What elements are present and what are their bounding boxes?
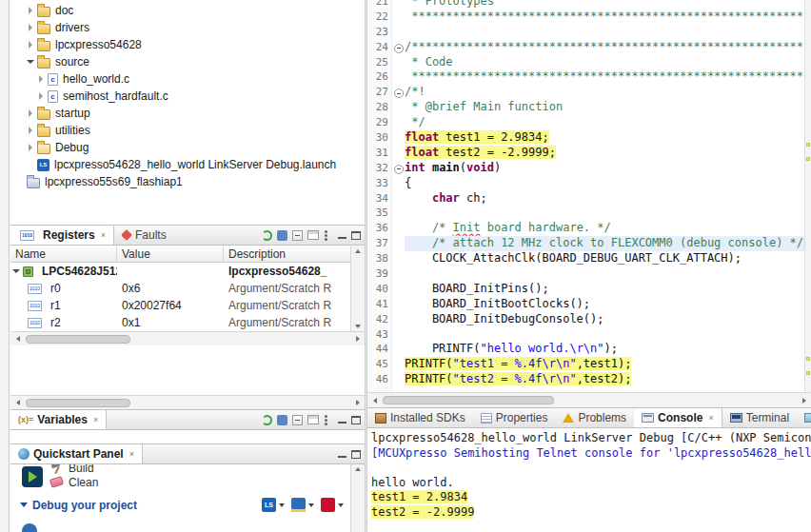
collapse-all-icon[interactable]	[292, 230, 303, 241]
jlink-debug-button[interactable]	[321, 498, 344, 512]
maximize-icon[interactable]	[351, 450, 361, 459]
column-header-description[interactable]: Description	[224, 246, 365, 262]
tab-installed-sdks[interactable]: Installed SDKs	[367, 408, 473, 427]
layout-icon[interactable]	[307, 230, 319, 240]
tree-item[interactable]: source	[10, 53, 365, 70]
tree-item[interactable]: lpcxpresso54628	[10, 36, 365, 53]
maximize-icon[interactable]	[351, 416, 361, 424]
tab-problems[interactable]: Problems	[555, 408, 634, 427]
scroll-left-icon[interactable]	[10, 396, 25, 409]
code-editor[interactable]: 21 * Prototypes22 **********************…	[367, 0, 811, 392]
tab-properties[interactable]: Properties	[473, 408, 556, 427]
code-line[interactable]: 24/*************************************…	[367, 40, 811, 55]
code-line[interactable]: 31float test2 = -2.9999;	[367, 146, 811, 161]
overview-ruler[interactable]	[804, 0, 811, 392]
chevron-collapsed-icon[interactable]	[25, 144, 35, 151]
tab-image-inf[interactable]: Image Inf	[797, 408, 811, 427]
code-line[interactable]: 33{	[367, 176, 811, 191]
import-export-icon[interactable]	[277, 415, 287, 425]
chevron-expanded-icon[interactable]	[10, 269, 21, 273]
fold-marker-icon[interactable]	[392, 85, 405, 100]
quickstart-clean-item[interactable]: Clean	[50, 475, 365, 489]
dropdown-arrow-icon[interactable]	[338, 503, 344, 507]
pemicro-debug-button[interactable]	[291, 498, 314, 512]
tree-item[interactable]: startup	[10, 105, 365, 122]
layout-icon[interactable]	[307, 415, 319, 424]
fold-marker-icon[interactable]	[392, 40, 405, 55]
code-line[interactable]: 29 */	[367, 115, 811, 130]
refresh-icon[interactable]	[262, 230, 272, 241]
register-row[interactable]: r20x1Argument/Scratch R	[10, 314, 365, 331]
tree-item[interactable]: hello_world.c	[10, 70, 365, 88]
code-line[interactable]: 30float test1 = 2.9834;	[367, 130, 811, 146]
tree-item[interactable]: doc	[10, 2, 365, 19]
tree-item[interactable]: semihost_hardfault.c	[10, 88, 365, 105]
chevron-collapsed-icon[interactable]	[35, 92, 46, 100]
minimize-icon[interactable]	[338, 231, 346, 239]
debug-your-project-link[interactable]: Debug your project	[20, 499, 137, 512]
chevron-collapsed-icon[interactable]	[25, 109, 35, 117]
code-line[interactable]: 34 char ch;	[367, 191, 811, 207]
maximize-icon[interactable]	[351, 231, 361, 240]
code-line[interactable]: 35	[367, 206, 811, 221]
close-icon[interactable]	[93, 415, 98, 424]
refresh-icon[interactable]	[262, 415, 272, 425]
scroll-right-icon[interactable]	[350, 396, 365, 409]
import-export-icon[interactable]	[277, 230, 287, 241]
close-icon[interactable]	[129, 449, 134, 459]
code-line[interactable]: 28 * @brief Main function	[367, 100, 811, 115]
scroll-thumb[interactable]	[26, 399, 130, 407]
tree-item[interactable]: lpcxpresso54628_hello_world LinkServer D…	[10, 156, 365, 173]
editor-hscrollbar[interactable]	[367, 392, 811, 407]
chevron-collapsed-icon[interactable]	[25, 41, 35, 49]
tab-terminal[interactable]: Terminal	[722, 408, 797, 427]
code-line[interactable]: 22 *************************************…	[367, 10, 811, 25]
code-line[interactable]: 37 /* attach 12 MHz clock to FLEXCOMM0 (…	[367, 236, 811, 251]
register-row[interactable]: LPC54628J512lpcxpresso54628_	[10, 263, 365, 280]
scroll-up-icon[interactable]	[355, 249, 361, 253]
register-row[interactable]: r00x6Argument/Scratch R	[10, 280, 365, 297]
code-line[interactable]: 43	[367, 327, 811, 343]
code-line[interactable]: 45PRINTF("test1 = %.4f\r\n",test1);	[367, 357, 811, 372]
register-row[interactable]: r10x20027f64Argument/Scratch R	[10, 297, 365, 314]
tab-console[interactable]: Console	[634, 408, 722, 427]
console-output[interactable]: lpcxpresso54628_hello_world LinkServer D…	[367, 428, 811, 520]
code-line[interactable]: 26 *************************************…	[367, 69, 811, 85]
view-menu-icon[interactable]	[325, 234, 327, 237]
registers-hscrollbar[interactable]	[10, 331, 365, 345]
chevron-expanded-icon[interactable]	[25, 60, 35, 64]
tree-item[interactable]: utilities	[10, 122, 365, 139]
tab-variables[interactable]: (x)= Variables	[10, 410, 107, 429]
scroll-left-icon[interactable]	[367, 393, 382, 407]
code-line[interactable]: 27/*!	[367, 85, 811, 100]
close-icon[interactable]	[101, 230, 106, 240]
scroll-up-icon[interactable]	[355, 467, 361, 471]
code-line[interactable]: 36 /* Init board hardware. */	[367, 221, 811, 236]
chevron-collapsed-icon[interactable]	[25, 24, 35, 31]
collapse-all-icon[interactable]	[292, 415, 303, 425]
code-line[interactable]: 44 PRINTF("hello world.\r\n");	[367, 342, 811, 357]
code-line[interactable]: 40 BOARD_InitPins();	[367, 282, 811, 297]
linkserver-debug-button[interactable]: LS	[262, 498, 285, 512]
code-line[interactable]: 41 BOARD_InitBootClocks();	[367, 297, 811, 312]
scroll-thumb[interactable]	[26, 335, 130, 344]
scroll-thumb[interactable]	[383, 396, 554, 404]
minimize-icon[interactable]	[338, 416, 346, 424]
code-line[interactable]: 32int main(void)	[367, 161, 811, 176]
code-line[interactable]: 38 CLOCK_AttachClk(BOARD_DEBUG_UART_CLK_…	[367, 251, 811, 266]
scroll-left-icon[interactable]	[10, 332, 25, 345]
column-header-name[interactable]: Name	[10, 246, 117, 262]
view-menu-icon[interactable]	[325, 419, 327, 422]
fold-marker-icon[interactable]	[392, 161, 405, 176]
tab-registers[interactable]: Registers	[10, 226, 114, 245]
tab-faults[interactable]: Faults	[114, 226, 174, 245]
quickstart-vscrollbar[interactable]	[350, 464, 365, 532]
quickstart-build-item[interactable]: Build	[50, 464, 365, 475]
close-icon[interactable]	[708, 413, 713, 423]
dropdown-arrow-icon[interactable]	[279, 503, 285, 507]
registers-view-hscrollbar[interactable]	[10, 395, 365, 409]
code-line[interactable]: 23	[367, 25, 811, 40]
code-line[interactable]: 25 * Code	[367, 55, 811, 70]
dropdown-arrow-icon[interactable]	[308, 503, 314, 507]
registers-vscrollbar[interactable]	[350, 246, 365, 331]
